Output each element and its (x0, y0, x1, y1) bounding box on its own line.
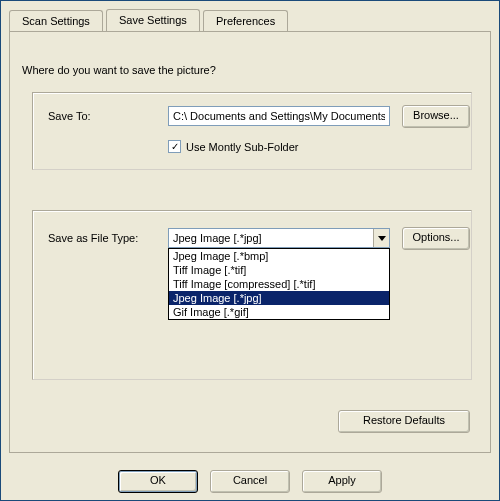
save-to-input[interactable] (168, 106, 390, 126)
file-type-selected: Jpeg Image [.*jpg] (169, 232, 373, 244)
restore-defaults-button[interactable]: Restore Defaults (338, 410, 470, 433)
save-prompt-label: Where do you want to save the picture? (22, 64, 216, 76)
cancel-button[interactable]: Cancel (210, 470, 290, 493)
options-button[interactable]: Options... (402, 227, 470, 250)
monthly-subfolder-checkbox[interactable]: ✓ Use Montly Sub-Folder (168, 140, 299, 153)
chevron-down-icon[interactable] (373, 229, 389, 247)
tab-save-settings[interactable]: Save Settings (106, 9, 200, 31)
file-type-label: Save as File Type: (48, 232, 138, 244)
save-to-label: Save To: (48, 110, 91, 122)
file-type-option[interactable]: Tiff Image [compressed] [.*tif] (169, 277, 389, 291)
file-type-option[interactable]: Jpeg Image [.*jpg] (169, 291, 389, 305)
file-type-option[interactable]: Tiff Image [.*tif] (169, 263, 389, 277)
dialog-button-bar: OK Cancel Apply (1, 462, 499, 500)
tab-preferences[interactable]: Preferences (203, 10, 288, 31)
file-type-option[interactable]: Gif Image [.*gif] (169, 305, 389, 319)
monthly-subfolder-label: Use Montly Sub-Folder (186, 141, 299, 153)
browse-button[interactable]: Browse... (402, 105, 470, 128)
file-type-option[interactable]: Jpeg Image [.*bmp] (169, 249, 389, 263)
tab-scan-settings[interactable]: Scan Settings (9, 10, 103, 31)
save-settings-panel: Where do you want to save the picture? S… (9, 31, 491, 453)
tab-strip: Scan Settings Save Settings Preferences (1, 1, 499, 31)
file-type-combo[interactable]: Jpeg Image [.*jpg] (168, 228, 390, 248)
check-icon: ✓ (168, 140, 181, 153)
ok-button[interactable]: OK (118, 470, 198, 493)
apply-button[interactable]: Apply (302, 470, 382, 493)
save-to-group (32, 92, 472, 170)
file-type-dropdown[interactable]: Jpeg Image [.*bmp] Tiff Image [.*tif] Ti… (168, 248, 390, 320)
